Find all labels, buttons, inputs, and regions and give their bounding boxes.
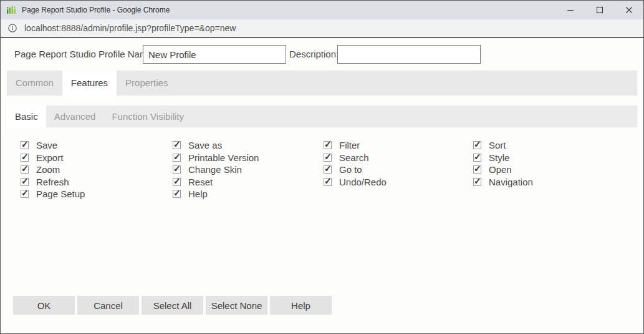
button-label: Select All [153,300,192,311]
checkbox-export[interactable] [21,154,29,162]
feature-row: Refresh [21,176,167,189]
button-label: Cancel [94,300,123,311]
feature-label: Help [188,189,208,199]
button-select-all[interactable]: Select All [142,296,203,315]
feature-label: Open [489,164,512,175]
feature-label: Filter [339,140,360,150]
url-bar: localhost:8888/admin/profile.jsp?profile… [1,19,643,38]
app-logo-icon [6,5,16,15]
subtab-basic[interactable]: Basic [7,106,46,127]
feature-row: Help [173,188,319,200]
close-icon [625,6,633,14]
checkbox-style[interactable] [473,154,481,162]
feature-column-1: Save Export Zoom Refresh [21,139,167,200]
window-title: Page Report Studio Profile - Google Chro… [22,6,170,14]
feature-row: Change Skin [173,164,319,176]
feature-column-4: Sort Style Open Navigation [473,139,620,188]
feature-label: Refresh [36,177,69,187]
page-content: Page Report Studio Profile Name: Descrip… [1,38,643,333]
button-cancel[interactable]: Cancel [77,296,139,315]
window-controls [555,1,643,19]
feature-row: Go to [324,164,470,176]
subtab-advanced[interactable]: Advanced [46,106,104,127]
feature-row: Sort [473,139,620,152]
description-label: Description: [289,45,339,64]
info-icon[interactable] [7,23,17,33]
feature-label: Export [36,152,63,163]
profile-name-input[interactable] [143,45,286,64]
subtab-function-visibility[interactable]: Function Visibility [103,106,192,127]
main-tab-bar: Common Features Properties [7,71,637,96]
close-button[interactable] [614,1,643,19]
checkbox-sort[interactable] [473,141,481,149]
checkbox-search[interactable] [324,154,332,162]
feature-row: Export [21,152,167,164]
feature-row: Reset [173,176,319,189]
maximize-button[interactable] [585,1,614,19]
minimize-icon [567,6,574,14]
checkbox-help[interactable] [173,190,181,198]
tab-features[interactable]: Features [62,71,117,99]
sub-tab-bar: Basic Advanced Function Visibility [7,106,637,127]
button-ok[interactable]: OK [13,296,75,315]
feature-label: Reset [188,177,213,187]
tab-label: Features [71,77,108,88]
feature-row: Printable Version [173,152,319,164]
subtab-label: Basic [15,111,38,122]
feature-label: Go to [339,164,362,175]
button-select-none[interactable]: Select None [206,296,267,315]
checkbox-change-skin[interactable] [173,165,181,174]
minimize-button[interactable] [555,1,585,19]
button-label: Help [291,300,310,311]
feature-row: Zoom [21,164,167,176]
checkbox-refresh[interactable] [21,178,29,186]
feature-row: Page Setup [21,188,167,200]
browser-popup-window: Page Report Studio Profile - Google Chro… [0,0,644,334]
checkbox-save[interactable] [21,141,29,149]
feature-column-2: Save as Printable Version Change Skin [173,139,319,200]
footer-button-bar: OK Cancel Select All Select None Help [13,296,332,315]
feature-label: Save [36,140,57,150]
feature-row: Open [473,164,620,176]
description-input[interactable] [337,45,481,64]
checkbox-navigation[interactable] [473,178,481,186]
feature-label: Zoom [36,164,60,175]
feature-column-3: Filter Search Go to Undo/Redo [324,139,470,188]
feature-row: Search [324,152,470,164]
feature-label: Navigation [489,177,533,187]
button-label: OK [37,300,51,311]
checkbox-undo-redo[interactable] [324,178,332,186]
tab-label: Common [16,77,54,88]
feature-row: Save [21,139,167,152]
feature-row: Navigation [473,176,620,189]
feature-row: Save as [173,139,319,152]
feature-label: Printable Version [188,152,259,163]
feature-row: Undo/Redo [324,176,470,189]
checkbox-filter[interactable] [324,141,332,149]
title-bar: Page Report Studio Profile - Google Chro… [1,1,643,19]
feature-label: Undo/Redo [339,177,387,187]
checkbox-reset[interactable] [173,178,181,186]
feature-row: Filter [324,139,470,152]
tab-properties[interactable]: Properties [117,71,176,96]
checkbox-page-setup[interactable] [21,190,29,198]
checkbox-open[interactable] [473,165,481,174]
feature-row: Style [473,152,620,164]
feature-label: Sort [489,140,506,150]
page-url: localhost:8888/admin/profile.jsp?profile… [24,23,236,33]
button-help[interactable]: Help [270,296,332,315]
checkbox-printable-version[interactable] [173,154,181,162]
subtab-label: Advanced [54,111,96,122]
feature-label: Page Setup [36,189,85,199]
subtab-label: Function Visibility [112,111,184,122]
checkbox-save-as[interactable] [173,141,181,149]
button-label: Select None [211,300,262,311]
tab-common[interactable]: Common [7,71,62,96]
tab-label: Properties [125,77,168,88]
feature-label: Style [489,152,509,163]
checkbox-go-to[interactable] [324,165,332,174]
checkbox-zoom[interactable] [21,165,29,174]
feature-label: Save as [188,140,222,150]
maximize-icon [596,6,603,14]
profile-name-label: Page Report Studio Profile Name: [14,45,155,64]
